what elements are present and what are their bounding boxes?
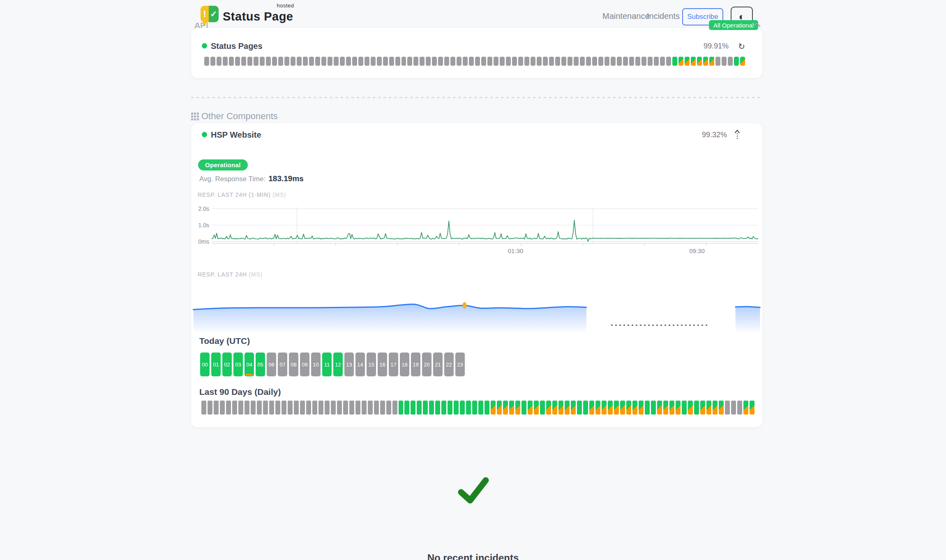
hour-block-12[interactable]: 12 [333, 353, 343, 376]
uptime-bar-no-data[interactable] [232, 401, 237, 415]
uptime-bar-up[interactable] [460, 401, 465, 415]
uptime-bar-partial-outage[interactable] [750, 401, 754, 415]
uptime-bar-no-data[interactable] [715, 57, 720, 66]
uptime-bar-no-data[interactable] [291, 57, 295, 66]
uptime-bar-partial-outage[interactable] [626, 401, 631, 415]
uptime-bar-no-data[interactable] [272, 57, 277, 66]
uptime-bar-no-data[interactable] [355, 401, 360, 415]
hour-block-03[interactable]: 03 [233, 353, 243, 376]
uptime-bar-no-data[interactable] [531, 57, 535, 66]
uptime-bar-no-data[interactable] [568, 57, 572, 66]
uptime-bar-no-data[interactable] [368, 401, 373, 415]
uptime-bar-up[interactable] [429, 401, 434, 415]
uptime-bar-up[interactable] [478, 401, 483, 415]
hour-block-13[interactable]: 13 [344, 353, 354, 376]
uptime-bar-up[interactable] [672, 57, 677, 66]
uptime-bar-no-data[interactable] [346, 57, 351, 66]
uptime-bar-partial-outage[interactable] [608, 401, 613, 415]
uptime-bar-partial-outage[interactable] [713, 401, 718, 415]
uptime-bar-no-data[interactable] [654, 57, 659, 66]
uptime-bar-partial-outage[interactable] [719, 401, 724, 415]
uptime-bar-partial-outage[interactable] [534, 401, 539, 415]
uptime-bar-no-data[interactable] [201, 401, 206, 415]
uptime-bar-partial-outage[interactable] [632, 401, 637, 415]
uptime-bar-partial-outage[interactable] [589, 401, 594, 415]
uptime-bar-no-data[interactable] [635, 57, 640, 66]
uptime-bar-partial-outage[interactable] [676, 401, 681, 415]
hour-block-23[interactable]: 23 [455, 353, 465, 376]
uptime-bar-partial-outage[interactable] [678, 57, 683, 66]
uptime-bar-no-data[interactable] [297, 57, 302, 66]
uptime-bar-partial-outage[interactable] [639, 401, 644, 415]
hour-block-05[interactable]: 05 [256, 353, 265, 376]
uptime-bar-partial-outage[interactable] [515, 401, 520, 415]
uptime-bar-up[interactable] [651, 401, 656, 415]
uptime-bar-no-data[interactable] [386, 401, 391, 415]
hour-block-08[interactable]: 08 [289, 353, 298, 376]
uptime-bar-no-data[interactable] [257, 401, 262, 415]
uptime-bar-up[interactable] [694, 401, 699, 415]
hour-block-00[interactable]: 00 [200, 353, 210, 376]
uptime-bar-no-data[interactable] [371, 57, 376, 66]
overall-status-badge[interactable]: All Operational [709, 20, 758, 30]
uptime-bar-partial-outage[interactable] [503, 401, 508, 415]
uptime-bar-no-data[interactable] [444, 57, 449, 66]
uptime-bar-partial-outage[interactable] [703, 57, 708, 66]
uptime-bar-no-data[interactable] [555, 57, 560, 66]
hour-block-21[interactable]: 21 [433, 353, 443, 376]
uptime-bar-no-data[interactable] [343, 401, 348, 415]
uptime-bar-no-data[interactable] [263, 401, 268, 415]
uptime-bar-no-data[interactable] [725, 401, 730, 415]
uptime-bar-partial-outage[interactable] [614, 401, 619, 415]
hour-block-20[interactable]: 20 [422, 353, 431, 376]
hour-block-07[interactable]: 07 [278, 353, 287, 376]
uptime-bar-no-data[interactable] [303, 57, 308, 66]
uptime-bar-up[interactable] [577, 401, 582, 415]
uptime-bar-partial-outage[interactable] [571, 401, 576, 415]
hour-block-14[interactable]: 14 [355, 353, 365, 376]
uptime-bar-no-data[interactable] [315, 57, 320, 66]
uptime-bar-no-data[interactable] [512, 57, 517, 66]
response-time-area-chart[interactable] [191, 281, 762, 335]
uptime-bar-partial-outage[interactable] [743, 401, 748, 415]
uptime-bar-no-data[interactable] [537, 57, 542, 66]
uptime-bar-no-data[interactable] [238, 401, 243, 415]
uptime-bar-no-data[interactable] [586, 57, 591, 66]
hour-block-17[interactable]: 17 [389, 353, 398, 376]
uptime-bar-no-data[interactable] [294, 401, 299, 415]
uptime-bar-partial-outage[interactable] [657, 401, 662, 415]
uptime-bar-partial-outage[interactable] [663, 401, 668, 415]
uptime-bar-no-data[interactable] [217, 57, 222, 66]
uptime-bar-up[interactable] [682, 401, 687, 415]
uptime-bar-no-data[interactable] [469, 57, 474, 66]
uptime-bar-partial-outage[interactable] [620, 401, 625, 415]
uptime-bar-no-data[interactable] [543, 57, 548, 66]
uptime-bar-up[interactable] [521, 401, 526, 415]
uptime-bar-partial-outage[interactable] [565, 401, 570, 415]
uptime-bar-no-data[interactable] [728, 57, 733, 66]
uptime-bar-no-data[interactable] [500, 57, 505, 66]
hour-block-11[interactable]: 11 [322, 353, 332, 376]
uptime-bar-no-data[interactable] [260, 57, 265, 66]
uptime-bar-partial-outage[interactable] [552, 401, 557, 415]
uptime-bar-no-data[interactable] [413, 57, 418, 66]
uptime-bar-no-data[interactable] [666, 57, 671, 66]
uptime-bar-no-data[interactable] [561, 57, 566, 66]
hour-block-19[interactable]: 19 [411, 353, 420, 376]
uptime-bar-up[interactable] [417, 401, 422, 415]
uptime-bar-no-data[interactable] [300, 401, 305, 415]
uptime-bar-up[interactable] [540, 401, 545, 415]
uptime-bar-no-data[interactable] [312, 401, 317, 415]
response-time-line-chart[interactable]: 2.0s1.0s0ms01:3009:30 [197, 202, 760, 258]
uptime-bar-no-data[interactable] [288, 401, 293, 415]
uptime-bar-no-data[interactable] [389, 57, 394, 66]
uptime-bar-no-data[interactable] [722, 57, 727, 66]
uptime-bar-partial-outage[interactable] [558, 401, 563, 415]
hour-block-02[interactable]: 02 [222, 353, 232, 376]
hour-block-06[interactable]: 06 [267, 353, 276, 376]
uptime-bar-no-data[interactable] [407, 57, 412, 66]
uptime-bar-up[interactable] [454, 401, 459, 415]
uptime-bar-no-data[interactable] [450, 57, 455, 66]
uptime-bar-up[interactable] [399, 401, 404, 415]
uptime-bar-no-data[interactable] [254, 57, 258, 66]
